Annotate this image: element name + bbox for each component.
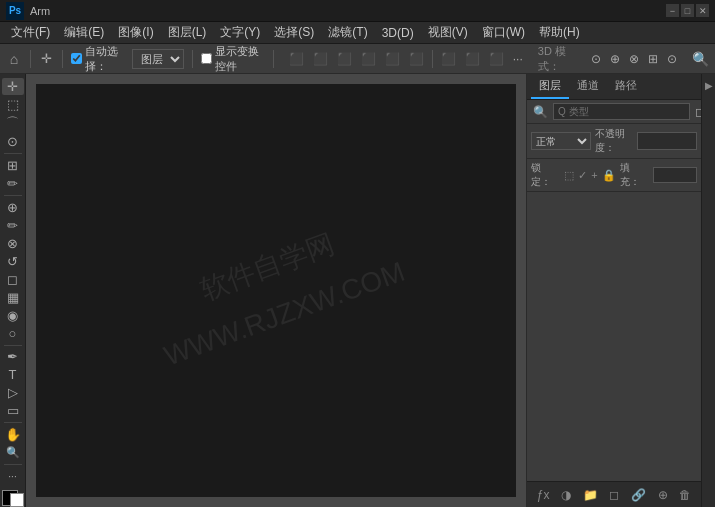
eyedropper-button[interactable]: ✏ (2, 175, 24, 192)
panel-search-input[interactable] (553, 103, 690, 120)
panel-toolbar: 🔍 ◻ T 🔒 (527, 100, 701, 124)
tool-sep1 (4, 153, 22, 154)
fill-input[interactable] (653, 167, 697, 183)
menu-item-S[interactable]: 选择(S) (267, 22, 321, 43)
link-layers-icon[interactable]: 🔗 (628, 486, 649, 504)
align-top-icon[interactable]: ⬛ (286, 50, 307, 68)
show-controls-input[interactable] (201, 53, 212, 64)
menu-item-W[interactable]: 窗口(W) (475, 22, 532, 43)
history-button[interactable]: ↺ (2, 253, 24, 270)
pen-button[interactable]: ✒ (2, 348, 24, 365)
crop-tool-button[interactable]: ⊞ (2, 157, 24, 174)
3d-icon2[interactable]: ⊕ (607, 50, 623, 68)
close-button[interactable]: ✕ (696, 4, 709, 17)
title-text: Arm (30, 5, 666, 17)
tool-sep4 (4, 422, 22, 423)
move-tool-icon[interactable]: ✛ (39, 49, 54, 68)
new-layer-icon[interactable]: ◻ (606, 486, 622, 504)
gradient-button[interactable]: ▦ (2, 289, 24, 306)
delete-layer-icon[interactable]: 🗑 (676, 486, 694, 504)
fx-icon[interactable]: ƒx (534, 486, 553, 504)
panel-collapse-button[interactable]: ▶ (701, 74, 715, 507)
distribute3-icon[interactable]: ⬛ (486, 50, 507, 68)
title-bar: Ps Arm − □ ✕ (0, 0, 715, 22)
layers-panel: 图层 通道 路径 🔍 ◻ T 🔒 正常 溶解 正片叠底 不透明度： 锁定： ⬚ … (526, 74, 701, 507)
menu-item-T[interactable]: 滤镜(T) (321, 22, 374, 43)
tab-channels[interactable]: 通道 (569, 74, 607, 99)
more-options-icon[interactable]: ··· (510, 50, 526, 68)
window-controls: − □ ✕ (666, 4, 709, 17)
menu-item-DD[interactable]: 3D(D) (375, 24, 421, 42)
add-mask-icon[interactable]: ⊕ (655, 486, 671, 504)
blend-mode-dropdown[interactable]: 正常 溶解 正片叠底 (531, 132, 591, 150)
distribute2-icon[interactable]: ⬛ (462, 50, 483, 68)
move-tool-button[interactable]: ✛ (2, 78, 24, 95)
tab-layers[interactable]: 图层 (531, 74, 569, 99)
text-button[interactable]: T (2, 366, 24, 383)
show-controls-checkbox[interactable]: 显示变换控件 (201, 44, 265, 74)
dodge-button[interactable]: ○ (2, 325, 24, 342)
menu-item-F[interactable]: 文件(F) (4, 22, 57, 43)
align-vcenter-icon[interactable]: ⬛ (310, 50, 331, 68)
path-select-button[interactable]: ▷ (2, 384, 24, 401)
auto-select-dropdown[interactable]: 图层 组 (132, 49, 184, 69)
menu-bar: 文件(F)编辑(E)图像(I)图层(L)文字(Y)选择(S)滤镜(T)3D(D)… (0, 22, 715, 44)
collapse-icon: ▶ (705, 80, 713, 91)
separator2 (62, 50, 63, 68)
panel-tabs: 图层 通道 路径 (527, 74, 701, 100)
search-icon[interactable]: 🔍 (692, 51, 709, 67)
menu-item-I[interactable]: 图像(I) (111, 22, 160, 43)
menu-item-L[interactable]: 图层(L) (161, 22, 214, 43)
align-bottom-icon[interactable]: ⬛ (334, 50, 355, 68)
more-tools-button[interactable]: ··· (2, 468, 24, 485)
color-picker[interactable] (2, 490, 24, 507)
lock-pos-icon[interactable]: ✓ (578, 169, 587, 182)
home-icon[interactable]: ⌂ (6, 49, 22, 69)
blur-button[interactable]: ◉ (2, 307, 24, 324)
lock-all-icon[interactable]: 🔒 (602, 169, 616, 182)
3d-icon3[interactable]: ⊗ (626, 50, 642, 68)
marquee-tool-button[interactable]: ⬚ (2, 96, 24, 113)
zoom-button[interactable]: 🔍 (2, 444, 24, 461)
lasso-tool-button[interactable]: ⌒ (2, 114, 24, 132)
menu-item-H[interactable]: 帮助(H) (532, 22, 587, 43)
tab-paths[interactable]: 路径 (607, 74, 645, 99)
brush-button[interactable]: ✏ (2, 217, 24, 234)
options-bar: ⌂ ✛ 自动选择： 图层 组 显示变换控件 ⬛ ⬛ ⬛ ⬛ ⬛ ⬛ ⬛ ⬛ ⬛ … (0, 44, 715, 74)
align-icons: ⬛ ⬛ ⬛ ⬛ ⬛ ⬛ ⬛ ⬛ ⬛ ··· (286, 50, 526, 68)
new-fill-icon[interactable]: ◑ (558, 486, 574, 504)
hand-button[interactable]: ✋ (2, 426, 24, 443)
panel-search-icon[interactable]: 🔍 (531, 104, 550, 120)
canvas-surface: 软件自学网 WWW.RJZXW.COM (36, 84, 516, 497)
menu-item-E[interactable]: 编辑(E) (57, 22, 111, 43)
panel-bottom: ƒx ◑ 📁 ◻ 🔗 ⊕ 🗑 (527, 481, 701, 507)
separator3 (192, 50, 193, 68)
watermark: 软件自学网 WWW.RJZXW.COM (140, 200, 413, 381)
quick-select-button[interactable]: ⊙ (2, 133, 24, 150)
align-right-icon[interactable]: ⬛ (406, 50, 427, 68)
auto-select-checkbox[interactable]: 自动选择： (71, 44, 126, 74)
menu-item-Y[interactable]: 文字(Y) (213, 22, 267, 43)
minimize-button[interactable]: − (666, 4, 679, 17)
separator (30, 50, 31, 68)
new-group-icon[interactable]: 📁 (580, 486, 601, 504)
auto-select-input[interactable] (71, 53, 82, 64)
opacity-label: 不透明度： (595, 127, 633, 155)
3d-icon1[interactable]: ⊙ (588, 50, 604, 68)
align-left-icon[interactable]: ⬛ (358, 50, 379, 68)
align-hcenter-icon[interactable]: ⬛ (382, 50, 403, 68)
3d-icon4[interactable]: ⊞ (645, 50, 661, 68)
shape-button[interactable]: ▭ (2, 402, 24, 419)
canvas-area[interactable]: 软件自学网 WWW.RJZXW.COM (26, 74, 526, 507)
3d-icon5[interactable]: ⊙ (664, 50, 680, 68)
background-color[interactable] (10, 493, 24, 507)
lock-pixel-icon[interactable]: ⬚ (564, 169, 574, 182)
clone-button[interactable]: ⊗ (2, 235, 24, 252)
opacity-input[interactable] (637, 132, 697, 150)
lock-artboard-icon[interactable]: + (591, 169, 597, 181)
maximize-button[interactable]: □ (681, 4, 694, 17)
menu-item-V[interactable]: 视图(V) (421, 22, 475, 43)
spot-heal-button[interactable]: ⊕ (2, 199, 24, 216)
distribute1-icon[interactable]: ⬛ (438, 50, 459, 68)
eraser-button[interactable]: ◻ (2, 271, 24, 288)
